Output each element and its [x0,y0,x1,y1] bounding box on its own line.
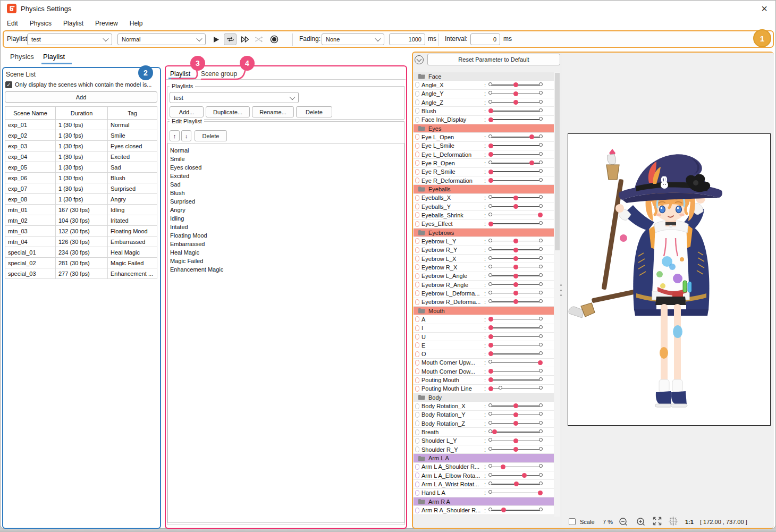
scene-cell[interactable]: Excited [108,151,157,162]
scene-cell[interactable]: Magic Failed [108,258,157,268]
playlist-duplicate-button[interactable]: Duplicate... [206,106,250,117]
playlist-item[interactable]: Eyes closed [168,163,404,172]
playlist-item[interactable]: Angry [168,206,404,214]
param-slider-handle[interactable] [492,429,497,434]
item-delete-button[interactable]: Delete [195,130,227,141]
param-slider[interactable] [488,420,543,427]
splitter-grip[interactable] [560,284,562,296]
scene-cell[interactable]: Eyes closed [108,141,157,151]
fit-to-screen-icon[interactable] [652,516,662,526]
scene-cell[interactable]: 1 (30 fps) [56,141,108,151]
col-tag[interactable]: Tag [108,107,157,120]
param-slider[interactable] [488,212,543,218]
move-up-button[interactable]: ↑ [170,130,180,141]
scene-cell[interactable]: Angry [108,194,157,205]
scene-cell[interactable]: 132 (30 fps) [56,226,108,237]
param-slider[interactable] [488,489,543,496]
interval-input[interactable]: 0 [470,33,500,45]
shuffle-button-disabled[interactable] [252,33,265,45]
param-slider[interactable] [488,221,543,227]
scene-cell[interactable]: exp_01 [5,120,56,130]
param-slider[interactable] [488,168,543,175]
playlist-item[interactable]: Surprised [168,197,404,206]
scene-cell[interactable]: mtn_04 [5,237,56,247]
param-slider-handle[interactable] [513,412,518,417]
param-section-header[interactable]: Eyebrows [414,229,554,237]
scene-table-row[interactable]: special_03277 (30 fps)Enhancement ... [5,268,157,279]
param-slider[interactable] [488,411,543,418]
scene-cell[interactable]: Floating Mood [108,226,157,237]
param-slider[interactable] [488,90,543,97]
toolbar-mode-select[interactable]: Normal [117,33,206,45]
param-slider[interactable] [488,429,543,435]
menu-playlist[interactable]: Playlist [59,18,88,29]
param-slider[interactable] [488,437,543,444]
param-slider-handle[interactable] [514,482,519,486]
param-slider-handle[interactable] [488,117,493,122]
param-slider[interactable] [488,351,543,357]
param-slider[interactable] [488,151,543,158]
param-slider-handle[interactable] [501,508,506,512]
param-slider-handle[interactable] [488,108,493,113]
param-slider-handle[interactable] [513,196,518,200]
param-slider-handle[interactable] [513,438,518,443]
scene-add-button[interactable]: Add [5,91,157,103]
param-slider-handle[interactable] [513,82,518,87]
scene-table-row[interactable]: exp_011 (30 fps)Normal [5,120,157,130]
param-slider[interactable] [488,256,543,262]
scene-cell[interactable]: Idling [108,205,157,215]
scene-table-row[interactable]: exp_081 (30 fps)Angry [5,194,157,205]
param-section-header[interactable]: Arm L A [414,454,554,462]
param-slider[interactable] [488,82,543,88]
scene-cell[interactable]: exp_07 [5,183,56,194]
param-slider-handle[interactable] [513,256,518,261]
scene-table-row[interactable]: exp_021 (30 fps)Smile [5,130,157,141]
col-duration[interactable]: Duration [56,107,108,120]
param-slider-handle[interactable] [488,351,493,356]
param-slider-handle[interactable] [538,213,543,217]
param-slider-handle[interactable] [488,325,493,330]
param-slider-handle[interactable] [513,239,518,243]
menu-preview[interactable]: Preview [91,18,122,29]
param-slider-handle[interactable] [513,403,518,408]
scene-cell[interactable]: exp_08 [5,194,56,205]
param-slider[interactable] [488,116,543,123]
param-slider[interactable] [488,247,543,253]
param-slider-handle[interactable] [513,204,518,209]
scene-cell[interactable]: 1 (30 fps) [56,162,108,173]
param-slider[interactable] [488,385,543,392]
param-section-header[interactable]: Eyes [414,124,554,133]
param-slider-handle[interactable] [488,377,493,382]
param-slider-handle[interactable] [513,100,518,105]
toolbar-playlist-select[interactable]: test [27,33,112,45]
scene-table-row[interactable]: exp_061 (30 fps)Blush [5,173,157,183]
scene-cell[interactable]: 1 (30 fps) [56,173,108,183]
playlist-item[interactable]: Smile [168,155,404,163]
playlist-item[interactable]: Magic Failed [168,257,404,265]
close-button[interactable]: × [755,2,773,15]
scene-cell[interactable]: Heal Magic [108,247,157,258]
scene-cell[interactable]: exp_03 [5,141,56,151]
param-slider-handle[interactable] [501,465,505,469]
param-slider[interactable] [488,273,543,279]
param-slider-handle[interactable] [488,317,493,322]
playlist-item[interactable]: Excited [168,172,404,180]
param-slider-handle[interactable] [513,274,518,278]
scene-table-row[interactable]: special_02281 (30 fps)Magic Failed [5,258,157,268]
scene-cell[interactable]: 126 (30 fps) [56,237,108,247]
scene-cell[interactable]: 277 (30 fps) [56,268,108,279]
scene-table-row[interactable]: special_01234 (30 fps)Heal Magic [5,247,157,258]
scene-cell[interactable]: 167 (30 fps) [56,205,108,215]
zoom-out-icon[interactable] [619,517,628,526]
param-slider[interactable] [488,446,543,453]
param-slider-handle[interactable] [538,360,543,365]
param-slider-handle[interactable] [513,265,518,269]
scene-cell[interactable]: Sad [108,162,157,173]
actual-size-button[interactable]: 1:1 [685,519,694,525]
param-slider-handle[interactable] [488,386,493,391]
param-slider[interactable] [488,282,543,288]
scene-table-row[interactable]: exp_051 (30 fps)Sad [5,162,157,173]
playlist-delete-button[interactable]: Delete [296,106,332,117]
param-slider[interactable] [488,178,543,184]
parameter-scrollbar-thumb[interactable] [555,73,560,250]
